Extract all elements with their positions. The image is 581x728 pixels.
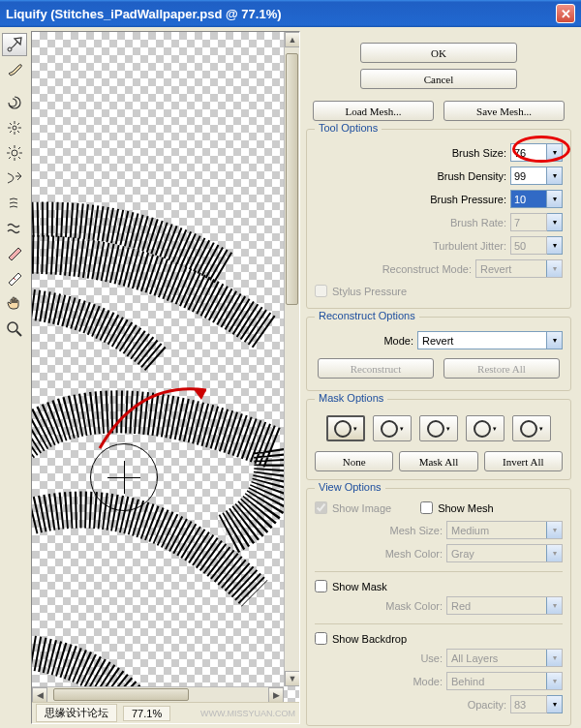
show-image-checkbox xyxy=(315,501,327,514)
invert-all-button[interactable]: Invert All xyxy=(484,451,563,471)
load-mesh-button[interactable]: Load Mesh... xyxy=(313,101,434,121)
stylus-pressure-checkbox xyxy=(315,285,327,297)
mode-label: Mode: xyxy=(315,335,413,347)
svg-point-1 xyxy=(13,126,16,130)
reconstruct-tool[interactable] xyxy=(2,58,27,81)
brush-rate-input: ▾ xyxy=(510,213,563,231)
svg-point-3 xyxy=(8,322,17,332)
status-left: 思缘设计论坛 xyxy=(36,704,117,722)
svg-point-2 xyxy=(12,150,17,156)
mask-all-button[interactable]: Mask All xyxy=(399,451,477,471)
restore-all-button: Restore All xyxy=(443,358,560,379)
forward-warp-tool[interactable] xyxy=(2,33,27,56)
backdrop-mode-select: Behind▾ xyxy=(446,672,563,690)
show-backdrop-label: Show Backdrop xyxy=(332,633,407,645)
mirror-tool[interactable] xyxy=(2,192,27,215)
pucker-tool[interactable] xyxy=(2,116,27,139)
group-legend: Tool Options xyxy=(315,122,382,134)
mesh-size-select: Medium▾ xyxy=(446,521,563,539)
status-zoom[interactable]: 77.1% xyxy=(123,706,170,721)
turbulent-jitter-label: Turbulent Jitter: xyxy=(315,240,506,252)
brush-pressure-label: Brush Pressure: xyxy=(315,194,506,205)
mask-invert-icon[interactable]: ▾ xyxy=(512,415,551,441)
horizontal-scrollbar[interactable]: ◀ ▶ xyxy=(32,686,284,702)
status-bar: 思缘设计论坛 77.1% WWW.MISSYUAN.COM xyxy=(32,702,299,723)
show-mask-label: Show Mask xyxy=(332,581,387,592)
mask-replace-icon[interactable]: ▾ xyxy=(326,415,365,441)
show-mesh-checkbox[interactable] xyxy=(420,501,433,514)
ok-button[interactable]: OK xyxy=(360,43,517,63)
brush-density-label: Brush Density: xyxy=(315,170,506,182)
mask-options-group: Mask Options ▾ ▾ ▾ ▾ ▾ None Mask All Inv… xyxy=(306,399,571,480)
show-mesh-label: Show Mesh xyxy=(438,502,493,514)
tool-options-group: Tool Options Brush Size: ▾ Brush Density… xyxy=(306,129,571,309)
stylus-pressure-label: Stylus Pressure xyxy=(332,286,407,297)
mask-color-label: Mask Color: xyxy=(315,600,443,612)
opacity-label: Opacity: xyxy=(315,699,506,711)
hand-tool[interactable] xyxy=(2,292,27,316)
brush-size-label: Brush Size: xyxy=(315,147,506,159)
mask-none-button[interactable]: None xyxy=(315,451,393,471)
backdrop-mode-label: Mode: xyxy=(315,676,443,687)
turbulence-tool[interactable] xyxy=(2,217,27,240)
push-left-tool[interactable] xyxy=(2,167,27,190)
use-select: All Layers▾ xyxy=(446,649,563,667)
zoom-tool[interactable] xyxy=(2,318,27,341)
show-mask-checkbox[interactable] xyxy=(315,580,327,592)
save-mesh-button[interactable]: Save Mesh... xyxy=(443,101,565,121)
twirl-cw-tool[interactable] xyxy=(2,91,27,114)
vertical-scrollbar[interactable]: ▲ ▼ xyxy=(284,32,299,686)
mesh-color-label: Mesh Color: xyxy=(315,548,443,560)
mesh-size-label: Mesh Size: xyxy=(315,525,443,536)
brush-size-input[interactable]: ▾ xyxy=(510,143,563,162)
brush-rate-label: Brush Rate: xyxy=(315,217,506,228)
group-legend: View Options xyxy=(315,481,385,493)
brush-density-input[interactable]: ▾ xyxy=(510,167,563,185)
watermark: WWW.MISSYUAN.COM xyxy=(200,709,295,718)
options-panel: OK Cancel Load Mesh... Save Mesh... Tool… xyxy=(300,27,581,728)
turbulent-jitter-input: ▾ xyxy=(510,236,563,255)
group-legend: Mask Options xyxy=(315,392,387,404)
cancel-button[interactable]: Cancel xyxy=(360,69,517,89)
reconstruct-mode-select: Revert▾ xyxy=(475,259,563,278)
mask-color-select: Red▾ xyxy=(446,596,563,615)
reconstruct-mode-label: Reconstruct Mode: xyxy=(315,263,472,275)
svg-point-0 xyxy=(8,47,12,51)
opacity-input: ▾ xyxy=(510,695,563,713)
bloat-tool[interactable] xyxy=(2,141,27,165)
window-title: Liquify (Stitches_iPadWallpaper.psd @ 77… xyxy=(6,7,282,21)
mask-subtract-icon[interactable]: ▾ xyxy=(419,415,458,441)
reconstruct-options-group: Reconstruct Options Mode: Revert▾ Recons… xyxy=(306,317,571,391)
close-icon[interactable]: ✕ xyxy=(556,4,575,23)
show-image-label: Show Image xyxy=(332,502,391,514)
brush-pressure-input[interactable]: ▾ xyxy=(510,190,563,208)
preview-canvas[interactable]: ▲ ▼ ◀ ▶ 思缘设计论坛 77.1% WWW.MISSYUAN.COM xyxy=(31,31,300,724)
titlebar: Liquify (Stitches_iPadWallpaper.psd @ 77… xyxy=(0,0,581,27)
show-backdrop-checkbox[interactable] xyxy=(315,632,327,645)
view-options-group: View Options Show Image Show Mesh Mesh S… xyxy=(306,488,571,726)
mesh-color-select: Gray▾ xyxy=(446,544,563,562)
group-legend: Reconstruct Options xyxy=(315,310,419,321)
freeze-mask-tool[interactable] xyxy=(2,242,27,265)
thaw-mask-tool[interactable] xyxy=(2,267,27,290)
mask-intersect-icon[interactable]: ▾ xyxy=(466,415,505,441)
canvas-artwork xyxy=(32,32,284,702)
mask-add-icon[interactable]: ▾ xyxy=(373,415,412,441)
tool-palette xyxy=(0,27,31,728)
reconstruct-mode-select[interactable]: Revert▾ xyxy=(417,331,563,349)
use-label: Use: xyxy=(315,652,443,664)
reconstruct-button: Reconstruct xyxy=(318,358,434,379)
